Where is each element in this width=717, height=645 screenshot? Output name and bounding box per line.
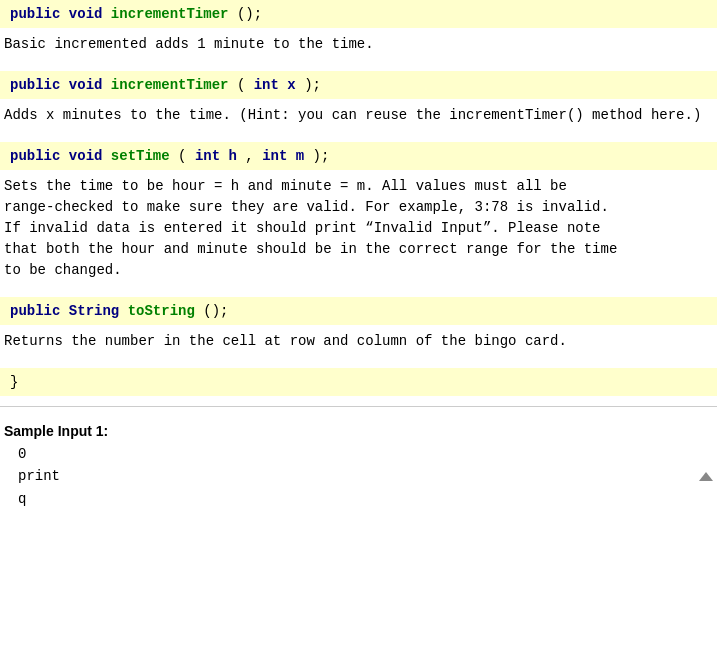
- section-setTime: public void setTime ( int h , int m ); S…: [0, 142, 717, 293]
- section-toString: public String toString (); Returns the n…: [0, 297, 717, 364]
- method-name-4: toString: [128, 303, 195, 319]
- keyword-void-1: void: [69, 6, 103, 22]
- sample-line-print: print: [18, 465, 713, 487]
- param-m: m: [296, 148, 304, 164]
- closing-brace: }: [0, 368, 717, 396]
- method-name-3: setTime: [111, 148, 170, 164]
- sample-line-0: 0: [18, 443, 713, 465]
- keyword-void-3: void: [69, 148, 103, 164]
- sample-section: Sample Input 1: 0 print q: [0, 417, 717, 516]
- code-block-1: public void incrementTimer ();: [0, 0, 717, 28]
- keyword-public-4: public: [10, 303, 60, 319]
- code-block-3: public void setTime ( int h , int m );: [0, 142, 717, 170]
- keyword-int-3a: int: [195, 148, 220, 164]
- keyword-string-4: String: [69, 303, 119, 319]
- sample-print-text: print: [18, 465, 60, 487]
- keyword-int-2: int: [254, 77, 279, 93]
- keyword-public-1: public: [10, 6, 60, 22]
- sample-content: 0 print q: [4, 443, 713, 510]
- code-block-4: public String toString ();: [0, 297, 717, 325]
- code-paren-1: ();: [237, 6, 262, 22]
- keyword-public-3: public: [10, 148, 60, 164]
- param-x: x: [287, 77, 295, 93]
- description-4: Returns the number in the cell at row an…: [0, 325, 717, 364]
- sample-title: Sample Input 1:: [4, 423, 713, 439]
- description-3: Sets the time to be hour = h and minute …: [0, 170, 717, 293]
- param-h: h: [229, 148, 237, 164]
- method-name-1: incrementTimer: [111, 6, 229, 22]
- section-incrementTimer-int: public void incrementTimer ( int x ); Ad…: [0, 71, 717, 138]
- sample-line-q: q: [18, 488, 713, 510]
- description-1: Basic incremented adds 1 minute to the t…: [0, 28, 717, 67]
- description-2: Adds x minutes to the time. (Hint: you c…: [0, 99, 717, 138]
- code-block-2: public void incrementTimer ( int x );: [0, 71, 717, 99]
- section-incrementTimer-no-args: public void incrementTimer (); Basic inc…: [0, 0, 717, 67]
- chevron-up-icon[interactable]: [699, 470, 713, 484]
- page-content: public void incrementTimer (); Basic inc…: [0, 0, 717, 516]
- keyword-int-3b: int: [262, 148, 287, 164]
- brace-text: }: [10, 374, 18, 390]
- keyword-void-2: void: [69, 77, 103, 93]
- method-name-2: incrementTimer: [111, 77, 229, 93]
- keyword-public-2: public: [10, 77, 60, 93]
- divider: [0, 406, 717, 407]
